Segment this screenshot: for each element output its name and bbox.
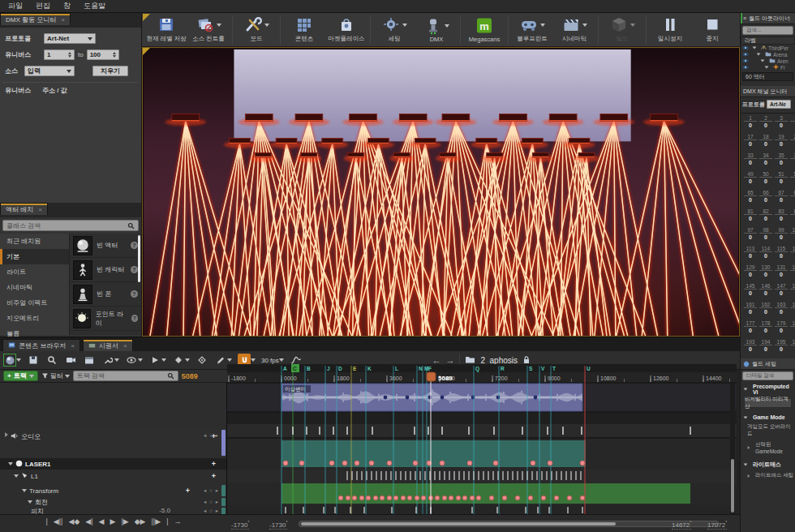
keyframe-navigation[interactable]: ◂ ○ ▸	[204, 499, 219, 505]
class-search-input[interactable]: 클래스 검색	[2, 220, 139, 231]
filter-button[interactable]: 필터	[41, 371, 70, 380]
add-section-button[interactable]: +	[186, 487, 190, 495]
expander-icon[interactable]	[748, 474, 750, 477]
sequencer-track-회전[interactable]: 회전◂ ○ ▸	[0, 497, 227, 507]
expander-icon[interactable]	[5, 432, 8, 437]
channel-protocol-select[interactable]: Art-Ne	[767, 100, 791, 109]
outliner-row-3[interactable]: Fl	[741, 64, 795, 71]
help-icon[interactable]: ?	[131, 266, 138, 273]
settings-row[interactable]: 비저빌리티 미리계산	[744, 398, 792, 408]
marketplace-button[interactable]: 마켓플레이스	[325, 14, 367, 46]
expander-icon[interactable]	[761, 59, 765, 62]
place-actor-item-0[interactable]: 빈 액터?	[70, 234, 141, 258]
keyframe-navigation[interactable]: ◂ ○ ▸	[204, 432, 219, 439]
actor-category-6[interactable]: 볼륨	[0, 326, 69, 337]
close-icon[interactable]: ×	[61, 16, 65, 24]
spinner-icon[interactable]	[113, 52, 116, 58]
search-button[interactable]	[45, 354, 58, 367]
render-movie-button[interactable]	[83, 354, 96, 367]
actor-category-1[interactable]: 기본	[0, 249, 69, 264]
label-column-header[interactable]: 라벨	[741, 36, 795, 45]
content-button[interactable]: 콘텐츠	[283, 14, 325, 46]
close-icon[interactable]: ×	[38, 206, 42, 213]
transport-button-2[interactable]: ◀◆	[68, 517, 80, 526]
menu-0[interactable]: 파일	[8, 1, 23, 11]
clear-button[interactable]: 지우기	[92, 66, 128, 76]
source-select[interactable]: 입력	[24, 66, 75, 76]
transport-button-6[interactable]: |▶	[121, 517, 128, 526]
details-search-input[interactable]: 디테일 검색	[742, 371, 793, 380]
outliner-row-0[interactable]: ThirdPer	[741, 45, 795, 51]
visibility-eye-icon[interactable]	[742, 65, 749, 71]
expander-icon[interactable]	[28, 500, 32, 504]
settings-section-header[interactable]: 라이트매스	[741, 461, 795, 469]
menu-2[interactable]: 창	[63, 1, 71, 11]
help-icon[interactable]: ?	[131, 242, 138, 249]
visibility-eye-icon[interactable]	[742, 58, 749, 64]
tab-dmx-channel-monitor[interactable]: DMX 채널 모니터	[741, 86, 795, 97]
spinner-icon[interactable]	[68, 52, 71, 58]
modes-button[interactable]: 모드	[235, 14, 277, 46]
eject-button[interactable]: 탈출	[733, 14, 740, 46]
transport-button-9[interactable]: |	[166, 517, 168, 526]
actor-category-2[interactable]: 라이트	[0, 264, 69, 280]
transport-button-1[interactable]: ◀||	[54, 517, 63, 526]
expander-icon[interactable]	[22, 489, 27, 492]
expander-icon[interactable]	[748, 446, 750, 449]
outliner-search-input[interactable]: 검색...	[742, 26, 793, 35]
add-section-button[interactable]: +	[212, 460, 216, 468]
menu-1[interactable]: 편집	[36, 1, 50, 11]
place-actor-item-3[interactable]: 포인트 라이?	[70, 307, 141, 331]
keyframe-navigation[interactable]: ◂ ○ ▸	[204, 487, 219, 494]
keyframe-navigation[interactable]: ◂ ○ ▸	[204, 508, 219, 514]
transport-button-10[interactable]: →	[174, 517, 181, 526]
scrollbar[interactable]	[138, 235, 140, 282]
close-icon[interactable]: ×	[71, 342, 75, 350]
close-icon[interactable]: ×	[123, 342, 127, 350]
camera-button[interactable]	[64, 354, 77, 367]
working-range-end[interactable]: 17072*	[707, 520, 727, 530]
timeline-scrollbar[interactable]	[299, 521, 719, 527]
expander-icon[interactable]	[765, 66, 769, 68]
pause-button[interactable]: 일시정지	[649, 14, 691, 46]
place-actor-item-1[interactable]: 빈 캐릭터?	[70, 258, 141, 282]
actor-category-0[interactable]: 최근 배치됨	[0, 234, 69, 249]
outliner-row-2[interactable]: Aren	[741, 58, 795, 64]
save-button[interactable]: 현재 레벨 저장	[145, 14, 187, 46]
view-range-end[interactable]: 14672*	[672, 520, 691, 530]
blueprints-button[interactable]: 블루프린트	[511, 14, 553, 46]
expander-icon[interactable]	[8, 462, 13, 466]
settings-row[interactable]: 라이트매스 세팅	[741, 472, 795, 479]
tab-sequencer[interactable]: 시퀀서×	[83, 339, 133, 351]
view-options-button[interactable]	[125, 354, 143, 367]
place-actor-item-2[interactable]: 빈 폰?	[70, 282, 141, 307]
dmx-button[interactable]: DMX	[415, 14, 458, 46]
tab-world-outliner[interactable]: ≡ 월드 아웃라이너	[741, 13, 795, 24]
add-section-button[interactable]: +	[212, 472, 216, 480]
add-track-button[interactable]: + 트랙	[3, 371, 38, 381]
transport-button-0[interactable]: |	[46, 517, 48, 526]
source-control-button[interactable]: 소스 컨트롤	[187, 14, 230, 46]
working-range-start[interactable]: -1730*	[231, 520, 249, 530]
help-icon[interactable]: ?	[131, 290, 138, 298]
expander-icon[interactable]	[14, 474, 19, 478]
stop-button[interactable]: 중지	[691, 14, 733, 46]
track-search-input[interactable]: 트랙 검색	[73, 371, 178, 381]
tab-content-browser[interactable]: 콘텐츠 브라우저×	[2, 339, 80, 351]
sequencer-track-transform[interactable]: Transform+◂ ○ ▸	[0, 484, 227, 497]
world-sphere-button[interactable]	[3, 354, 21, 367]
megascans-button[interactable]: mMegascans	[463, 14, 505, 46]
timeline-scrollbar-thumb[interactable]	[301, 522, 616, 526]
level-viewport[interactable]	[142, 47, 740, 337]
save-button[interactable]	[27, 354, 40, 367]
transport-button-4[interactable]: ◀	[99, 517, 105, 526]
expander-icon[interactable]	[753, 46, 757, 49]
universe-to-input[interactable]: 100	[87, 49, 119, 60]
actor-category-4[interactable]: 비주얼 이펙트	[0, 295, 69, 311]
keyframe-options-button[interactable]	[172, 354, 190, 367]
sequencer-track-피치[interactable]: 피치-5.0◂ ○ ▸	[0, 507, 227, 514]
outliner-row-1[interactable]: Arena	[741, 51, 795, 58]
transport-button-7[interactable]: ◆▶	[135, 517, 146, 526]
sequencer-timeline[interactable]: -180000001800360054007200900010800126001…	[227, 364, 737, 514]
track-value[interactable]: -5.0	[159, 507, 170, 514]
